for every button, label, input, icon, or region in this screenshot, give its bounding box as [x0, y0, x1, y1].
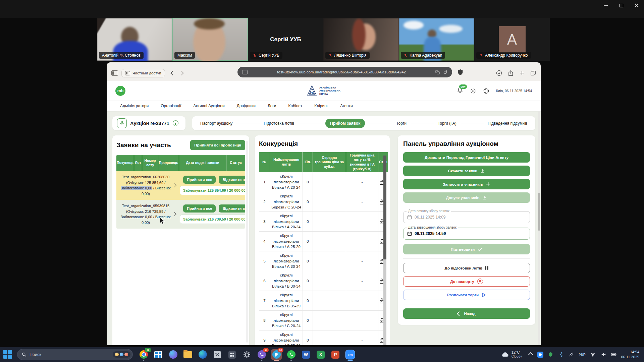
col-number: № — [259, 152, 270, 172]
to-passport-button[interactable]: До паспорту — [403, 276, 530, 287]
taskbar-clock[interactable]: 14:54 06.11.2025 — [621, 350, 639, 359]
lot-avg-price — [313, 271, 346, 291]
step-bid-collection-active[interactable]: Прийом заявок — [325, 119, 365, 128]
block-funds-button[interactable]: Заблокувати 125 854,69 / 20 000 000,00 — [180, 186, 245, 195]
language-indicator[interactable]: УКР — [579, 353, 586, 357]
info-icon[interactable] — [173, 120, 178, 126]
step-passport[interactable]: Паспорт аукціону — [200, 121, 232, 126]
theme-sun-icon[interactable] — [470, 88, 476, 94]
page-scrollbar-thumb[interactable] — [538, 193, 540, 231]
allow-agent-price-view-button[interactable]: Дозволити Перегляд Граничної Ціни Агенту — [403, 152, 530, 163]
chrome-icon[interactable]: C — [138, 349, 149, 360]
downloads-icon[interactable] — [496, 70, 502, 76]
nav-item-administrators[interactable]: Адміністратори — [120, 104, 149, 108]
bluetooth-icon[interactable] — [558, 352, 564, 358]
taskbar-search[interactable]: Поиск — [17, 349, 133, 360]
start-button[interactable] — [3, 350, 12, 359]
snipping-tool-icon[interactable] — [212, 349, 223, 360]
zoom-app-icon[interactable]: zm — [345, 349, 356, 360]
powerpoint-icon[interactable]: P — [330, 349, 341, 360]
to-lot-preparation-button[interactable]: До підготовки лотів — [403, 263, 530, 273]
nav-item-cabinet[interactable]: Кабінет — [288, 104, 303, 108]
accept-all-proposals-button[interactable]: Прийняти всі пропозиції — [190, 140, 245, 150]
address-bar[interactable]: test-uts-new.uub.com.ua/trading/fd69b656… — [237, 67, 452, 77]
col-avg-price: Середня гранична ціна за куб.м. — [313, 152, 346, 172]
language-globe-icon[interactable] — [483, 88, 489, 94]
nav-item-logs[interactable]: Логи — [268, 104, 276, 108]
video-tile[interactable]: Анатолій Ф. Стоянов — [97, 18, 172, 61]
weather-widget[interactable]: 12°C Cloudy — [501, 350, 522, 359]
nav-item-agents[interactable]: Агенти — [340, 104, 353, 108]
accept-label: Прийняти все — [187, 178, 212, 182]
maximize-icon[interactable] — [619, 3, 624, 8]
nav-item-directories[interactable]: Довідники — [237, 104, 256, 108]
tray-overflow-icon[interactable] — [528, 352, 533, 357]
back-icon[interactable] — [170, 71, 175, 75]
calculator-icon[interactable] — [227, 349, 237, 360]
scrollbar-thumb[interactable] — [383, 156, 386, 259]
refresh-icon[interactable] — [443, 70, 447, 74]
nav-item-organizations[interactable]: Організації — [161, 104, 181, 108]
sidebar-toggle-icon[interactable] — [111, 70, 118, 76]
lot-name: сКруглі лісоматеріали Вільха / В 35-39 — [270, 291, 303, 311]
confirm-button[interactable]: Підтвердити — [403, 244, 530, 254]
accept-all-row-button[interactable]: Прийняти все — [183, 204, 216, 213]
private-mode-chip[interactable]: Частный доступ — [121, 69, 165, 77]
invite-participants-button[interactable]: Запросити учасників — [403, 179, 530, 189]
video-tile[interactable]: Karina Agabekyan — [399, 18, 474, 61]
reject-all-row-button[interactable]: Відхилити все — [219, 204, 245, 213]
file-explorer-icon[interactable] — [182, 349, 193, 360]
nav-item-clearing[interactable]: Кліринг — [314, 104, 328, 108]
reject-all-row-button[interactable]: Відхилити все — [219, 176, 245, 184]
telegram-icon[interactable]: 58 — [271, 349, 282, 360]
step-lot-preparation[interactable]: Підготовка лотів — [264, 121, 294, 126]
excel-icon[interactable]: X — [315, 349, 326, 360]
video-tile[interactable]: Ляшенко Вікторія — [323, 18, 399, 61]
expand-row-icon[interactable] — [172, 183, 176, 187]
minimize-icon[interactable] — [603, 3, 608, 8]
competition-scrollbar[interactable] — [383, 156, 386, 345]
expand-row-icon[interactable] — [172, 212, 176, 216]
tabs-icon[interactable] — [530, 70, 536, 76]
account-avatar[interactable]: mb — [115, 86, 125, 96]
back-button[interactable]: Назад — [403, 308, 530, 319]
page-scrollbar[interactable] — [538, 111, 540, 345]
close-icon[interactable] — [634, 3, 639, 8]
step-trading[interactable]: Торги — [396, 121, 407, 126]
bid-collection-end-field[interactable]: Дата завершення збору заявок 06.11.2025 … — [403, 228, 530, 240]
accept-all-row-button[interactable]: Прийняти все — [183, 176, 216, 184]
whatsapp-icon[interactable] — [286, 349, 297, 360]
translate-icon[interactable] — [435, 70, 440, 74]
bids-scrollbar[interactable] — [246, 141, 248, 343]
new-tab-icon[interactable] — [519, 70, 525, 76]
volume-icon[interactable] — [600, 352, 606, 358]
notifications-button[interactable]: 99+ — [457, 87, 463, 95]
admission-participants-button[interactable]: Допуск учасників — [403, 192, 530, 203]
share-icon[interactable] — [508, 70, 514, 76]
search-highlight-decoration[interactable] — [113, 351, 130, 358]
block-funds-button[interactable]: Заблокувати 216 739,59 / 20 000 000,00 — [180, 215, 245, 224]
step-trading-ga[interactable]: Торги (ГА) — [438, 121, 457, 126]
battery-icon[interactable] — [611, 352, 617, 358]
start-trading-button[interactable]: Розпочати торги — [403, 290, 530, 300]
col-quantity: Кіл. — [303, 152, 313, 172]
word-icon[interactable]: W — [301, 349, 311, 360]
antivirus-tray-icon[interactable] — [548, 352, 554, 358]
microsoft-store-icon[interactable] — [153, 349, 164, 360]
pen-tray-icon[interactable] — [569, 352, 575, 358]
video-tile-no-video[interactable]: Сергій УУБ Сергій УУБ — [248, 18, 323, 61]
video-tile-avatar[interactable]: А Александр Криворучко — [474, 18, 550, 61]
download-bids-button[interactable]: Скачати заявки — [403, 166, 530, 176]
adblock-shield-icon[interactable] — [458, 69, 463, 75]
viber-icon[interactable]: 3 — [256, 349, 267, 360]
edge-icon[interactable] — [197, 349, 208, 360]
wifi-icon[interactable] — [590, 352, 596, 358]
forward-icon[interactable] — [179, 71, 183, 75]
nav-item-active-auctions[interactable]: Активні Аукціони — [193, 104, 224, 108]
url-text[interactable]: test-uts-new.uub.com.ua/trading/fd69b656… — [251, 70, 432, 74]
settings-gear-icon[interactable] — [241, 349, 252, 360]
zoom-tray-icon[interactable] — [537, 352, 543, 358]
video-tile-active-speaker[interactable]: Максим — [172, 18, 248, 61]
step-results[interactable]: Підведення підсумків — [488, 121, 527, 126]
copilot-icon[interactable] — [168, 349, 178, 360]
